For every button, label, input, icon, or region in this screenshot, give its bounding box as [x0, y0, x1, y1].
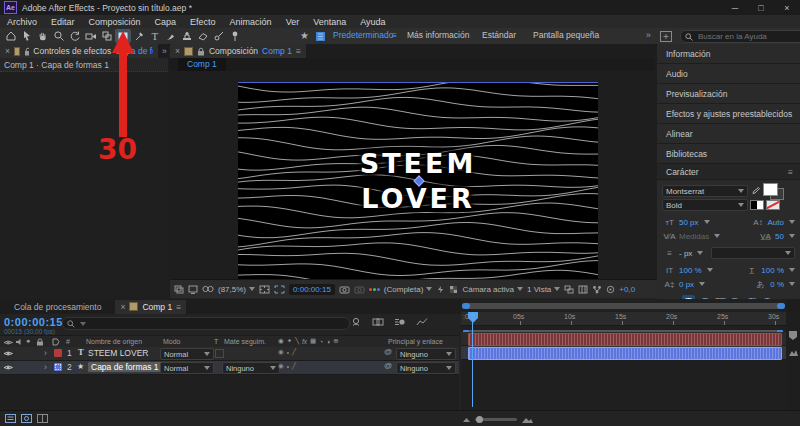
view-layer-controls-icon[interactable]: [202, 285, 214, 293]
menu-ayuda[interactable]: Ayuda: [353, 17, 392, 27]
kerning-value[interactable]: Medidas: [679, 232, 709, 241]
search-input[interactable]: [696, 31, 790, 42]
toggle-inout-pane-icon[interactable]: [37, 414, 48, 423]
layer-label-color[interactable]: [54, 349, 62, 357]
baseline-shift-value[interactable]: 0 px: [679, 280, 694, 289]
lock-icon[interactable]: [197, 47, 205, 56]
maximize-button[interactable]: □: [748, 0, 774, 15]
bw-swatch-icon[interactable]: [750, 200, 764, 210]
menu-editar[interactable]: Editar: [44, 17, 82, 27]
show-snapshot-icon[interactable]: [354, 285, 365, 294]
shy-layers-icon[interactable]: [350, 317, 362, 327]
scroll-cap-right[interactable]: [777, 303, 785, 309]
workspace-tab-mas-informacion[interactable]: Más información: [407, 30, 469, 40]
reset-exposure-icon[interactable]: [606, 285, 615, 294]
close-button[interactable]: ×: [774, 0, 800, 15]
character-panel-header[interactable]: Carácter ≡: [657, 164, 800, 180]
minimize-button[interactable]: ─: [722, 0, 748, 15]
toggle-switches-pane-icon[interactable]: [5, 414, 16, 423]
magnification-dropdown[interactable]: (87,5%): [218, 285, 255, 294]
always-preview-icon[interactable]: [174, 285, 184, 294]
blend-mode-dropdown[interactable]: Normal: [160, 348, 214, 360]
workspace-overflow-chevron[interactable]: »: [646, 30, 651, 40]
font-family-dropdown[interactable]: Montserrat: [662, 185, 748, 197]
panel-menu-icon[interactable]: ≡: [176, 302, 181, 312]
motion-blur-icon[interactable]: [394, 317, 406, 327]
menu-composicion[interactable]: Composición: [82, 17, 148, 27]
zoom-tool[interactable]: [51, 29, 67, 43]
comp-timeline-tab[interactable]: × Comp 1 ≡: [115, 300, 186, 314]
menu-animacion[interactable]: Animación: [223, 17, 279, 27]
scroll-cap-left[interactable]: [462, 303, 470, 309]
no-fill-icon[interactable]: [766, 200, 780, 210]
font-size-value[interactable]: 50 px: [679, 218, 699, 227]
region-of-interest-icon[interactable]: [274, 285, 285, 294]
blend-mode-dropdown[interactable]: Normal: [160, 362, 214, 374]
render-queue-tab[interactable]: Cola de procesamiento: [0, 302, 115, 312]
matte-column-header[interactable]: Mate seguim.: [224, 338, 266, 345]
transparency-grid-icon[interactable]: [449, 285, 458, 294]
hand-tool[interactable]: [35, 29, 51, 43]
menu-efecto[interactable]: Efecto: [183, 17, 223, 27]
menu-capa[interactable]: Capa: [148, 17, 184, 27]
comp-mini-flowchart-icon[interactable]: [788, 348, 799, 357]
menu-archivo[interactable]: Archivo: [0, 17, 44, 27]
safe-margins-icon[interactable]: [259, 285, 270, 294]
workspace-menu-icon[interactable]: ≡: [392, 30, 397, 40]
layer-label-color[interactable]: [54, 363, 62, 371]
effect-controls-tab[interactable]: × Controles de efectos Capa de formas: [0, 44, 158, 58]
camera-tool[interactable]: [83, 29, 99, 43]
add-panel-icon[interactable]: [660, 31, 672, 42]
source-name-column-header[interactable]: Nombre de origen: [86, 338, 142, 345]
graph-editor-icon[interactable]: [416, 317, 428, 327]
eye-toggle[interactable]: [3, 364, 14, 371]
mode-column-header[interactable]: Modo: [163, 338, 181, 345]
workspace-tab-estandar[interactable]: Estándar: [482, 30, 516, 40]
close-icon[interactable]: ×: [5, 46, 10, 56]
panel-previsualizacion[interactable]: Previsualización: [657, 84, 800, 104]
timeline-search-box[interactable]: [62, 317, 350, 330]
zoom-slider-track[interactable]: [475, 418, 517, 421]
eye-toggle[interactable]: [3, 350, 14, 357]
panel-informacion[interactable]: Información: [657, 44, 800, 64]
layer-switches[interactable]: ◉•╱: [278, 362, 296, 370]
font-style-dropdown[interactable]: Bold: [662, 199, 748, 211]
share-view-icon[interactable]: [564, 285, 574, 294]
leading-value[interactable]: Auto: [768, 218, 784, 227]
eyedropper-icon[interactable]: [750, 186, 760, 197]
tsume-value[interactable]: 0 %: [770, 280, 784, 289]
channels-icon[interactable]: [369, 288, 380, 291]
current-timecode[interactable]: 0:00:00:15: [4, 316, 63, 328]
zoom-slider-knob[interactable]: [476, 416, 483, 423]
active-camera-dropdown[interactable]: Cámara activa: [462, 285, 523, 294]
toggle-transfer-pane-icon[interactable]: [21, 414, 32, 423]
stroke-width-value[interactable]: - px: [679, 249, 692, 258]
comp-marker-icon[interactable]: [788, 330, 798, 341]
puppet-pin-tool[interactable]: [227, 29, 243, 43]
selection-tool[interactable]: [19, 29, 35, 43]
tracking-value[interactable]: 50: [775, 232, 784, 241]
comp-viewer-tab[interactable]: Comp 1: [178, 58, 226, 71]
parent-dropdown[interactable]: Ninguno: [396, 362, 456, 374]
panel-menu-icon[interactable]: ≡: [788, 167, 793, 177]
layer-switches[interactable]: ◉•╱: [278, 348, 296, 356]
frame-blending-icon[interactable]: [372, 317, 384, 327]
vertical-scale-value[interactable]: 100 %: [679, 266, 702, 275]
clone-stamp-tool[interactable]: [179, 29, 195, 43]
timeline-horizontal-scrollbar[interactable]: [462, 303, 785, 309]
snap-icon[interactable]: [315, 31, 326, 42]
pixel-aspect-icon[interactable]: [578, 285, 588, 294]
menu-ventana[interactable]: Ventana: [306, 17, 353, 27]
expand-chevron-icon[interactable]: ›: [44, 348, 47, 358]
star-icon[interactable]: ★: [300, 30, 309, 41]
brush-tool[interactable]: [163, 29, 179, 43]
exposure-value[interactable]: +0,0: [619, 285, 635, 294]
roto-brush-tool[interactable]: [211, 29, 227, 43]
workspace-tab-predeterminado[interactable]: Predeterminado: [333, 30, 393, 40]
video-preview-icon[interactable]: [188, 285, 198, 294]
zoom-out-mountain-icon[interactable]: [462, 416, 471, 423]
composition-canvas[interactable]: STEEM LOVER: [238, 82, 598, 279]
fast-previews-icon[interactable]: [436, 285, 445, 294]
panel-overflow-icon[interactable]: »: [162, 46, 167, 56]
parent-dropdown[interactable]: Ninguno: [396, 348, 456, 360]
